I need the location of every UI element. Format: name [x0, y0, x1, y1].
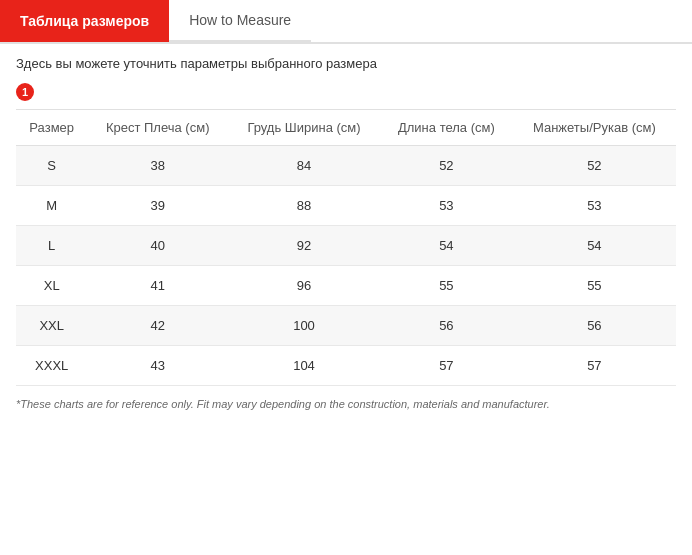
measurement-cell: 41 — [87, 266, 228, 306]
measurement-cell: 42 — [87, 306, 228, 346]
measurement-cell: 43 — [87, 346, 228, 386]
measurement-cell: 56 — [513, 306, 676, 346]
table-row: S38845252 — [16, 146, 676, 186]
measurement-cell: 53 — [380, 186, 513, 226]
col-header-sleeve: Манжеты/Рукав (см) — [513, 110, 676, 146]
measurement-cell: 55 — [513, 266, 676, 306]
col-header-chest: Грудь Ширина (см) — [228, 110, 380, 146]
col-header-shoulder: Крест Плеча (см) — [87, 110, 228, 146]
table-row: XXXL431045757 — [16, 346, 676, 386]
col-header-size: Размер — [16, 110, 87, 146]
table-row: L40925454 — [16, 226, 676, 266]
measurement-cell: 52 — [513, 146, 676, 186]
table-header-row: Размер Крест Плеча (см) Грудь Ширина (см… — [16, 110, 676, 146]
content-area: Здесь вы можете уточнить параметры выбра… — [0, 44, 692, 422]
measurement-cell: 100 — [228, 306, 380, 346]
measurement-cell: 92 — [228, 226, 380, 266]
size-cell: XXXL — [16, 346, 87, 386]
measurement-cell: 39 — [87, 186, 228, 226]
size-cell: L — [16, 226, 87, 266]
table-row: M39885353 — [16, 186, 676, 226]
measurement-cell: 57 — [380, 346, 513, 386]
measurement-cell: 54 — [380, 226, 513, 266]
table-row: XXL421005656 — [16, 306, 676, 346]
subtitle-text: Здесь вы можете уточнить параметры выбра… — [16, 56, 676, 71]
measurement-cell: 55 — [380, 266, 513, 306]
size-cell: XL — [16, 266, 87, 306]
measurement-cell: 88 — [228, 186, 380, 226]
size-cell: XXL — [16, 306, 87, 346]
measurement-cell: 104 — [228, 346, 380, 386]
measurement-cell: 38 — [87, 146, 228, 186]
measurement-cell: 96 — [228, 266, 380, 306]
measurement-cell: 57 — [513, 346, 676, 386]
size-cell: M — [16, 186, 87, 226]
size-cell: S — [16, 146, 87, 186]
disclaimer-text: *These charts are for reference only. Fi… — [16, 398, 676, 410]
measurement-cell: 84 — [228, 146, 380, 186]
measurement-cell: 52 — [380, 146, 513, 186]
measurement-cell: 54 — [513, 226, 676, 266]
tabs-container: Таблица размеров How to Measure — [0, 0, 692, 44]
tab-how-to-measure[interactable]: How to Measure — [169, 0, 311, 42]
col-header-length: Длина тела (см) — [380, 110, 513, 146]
table-row: XL41965555 — [16, 266, 676, 306]
measurement-cell: 40 — [87, 226, 228, 266]
measurement-cell: 53 — [513, 186, 676, 226]
size-table: Размер Крест Плеча (см) Грудь Ширина (см… — [16, 109, 676, 386]
measurement-cell: 56 — [380, 306, 513, 346]
info-icon: 1 — [16, 83, 34, 101]
tab-size-chart[interactable]: Таблица размеров — [0, 0, 169, 42]
